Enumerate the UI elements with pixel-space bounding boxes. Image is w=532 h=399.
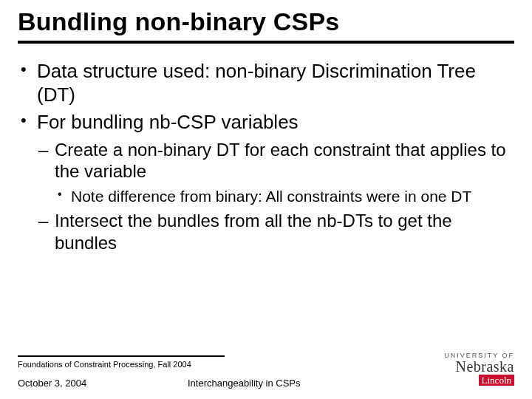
footer-rule: [18, 355, 225, 357]
bullet-item: For bundling nb-CSP variables Create a n…: [18, 111, 514, 253]
course-label: Foundations of Constraint Processing, Fa…: [18, 360, 514, 369]
bullet-text: Note difference from binary: All constra…: [71, 188, 471, 205]
slide-title: Bundling non-binary CSPs: [18, 7, 514, 36]
sub-sub-bullet-list: Note difference from binary: All constra…: [55, 187, 514, 206]
bullet-item: Data structure used: non-binary Discrimi…: [18, 60, 514, 106]
sub-bullet-list: Create a non-binary DT for each constrai…: [37, 139, 514, 253]
sub-sub-bullet-item: Note difference from binary: All constra…: [55, 187, 514, 206]
logo-main-text: Nebraska: [444, 359, 514, 374]
footer-row: October 3, 2004 Interchangeability in CS…: [18, 378, 514, 389]
bullet-text: For bundling nb-CSP variables: [37, 111, 299, 133]
footer-date: October 3, 2004: [18, 378, 188, 389]
bullet-text: Intersect the bundles from all the nb-DT…: [55, 211, 452, 252]
title-underline: [18, 41, 514, 44]
slide: Bundling non-binary CSPs Data structure …: [0, 0, 532, 253]
bullet-list: Data structure used: non-binary Discrimi…: [18, 60, 514, 253]
bullet-text: Data structure used: non-binary Discrimi…: [37, 60, 476, 106]
university-logo: UNIVERSITY OF Nebraska Lincoln: [444, 352, 514, 386]
sub-bullet-item: Intersect the bundles from all the nb-DT…: [37, 210, 514, 253]
bullet-text: Create a non-binary DT for each constrai…: [55, 140, 506, 181]
logo-sub-text: Lincoln: [479, 375, 514, 386]
footer: Foundations of Constraint Processing, Fa…: [18, 355, 514, 389]
sub-bullet-item: Create a non-binary DT for each constrai…: [37, 139, 514, 205]
